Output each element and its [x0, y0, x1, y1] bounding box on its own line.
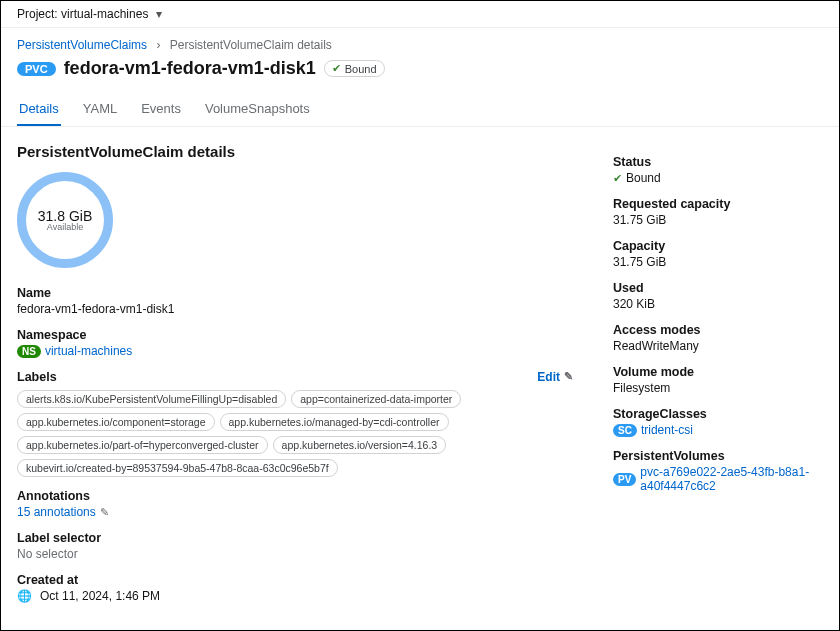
sc-badge-icon: SC: [613, 424, 637, 437]
label-chip[interactable]: app.kubernetes.io/version=4.16.3: [273, 436, 447, 454]
capacity-value: 31.75 GiB: [613, 255, 823, 269]
content-area: PersistentVolumeClaim details 31.8 GiB A…: [1, 127, 839, 619]
name-label: Name: [17, 286, 573, 300]
label-chip[interactable]: kubevirt.io/created-by=89537594-9ba5-47b…: [17, 459, 338, 477]
page-title: fedora-vm1-fedora-vm1-disk1: [64, 58, 316, 79]
access-modes-label: Access modes: [613, 323, 823, 337]
label-chip[interactable]: app.kubernetes.io/managed-by=cdi-control…: [220, 413, 449, 431]
volume-mode-value: Filesystem: [613, 381, 823, 395]
capacity-label: Capacity: [613, 239, 823, 253]
project-selector[interactable]: Project: virtual-machines: [17, 7, 148, 21]
volume-mode-label: Volume mode: [613, 365, 823, 379]
pencil-icon: ✎: [564, 370, 573, 384]
storageclass-link[interactable]: trident-csi: [641, 423, 693, 437]
status-text: Bound: [345, 63, 377, 75]
access-modes-value: ReadWriteMany: [613, 339, 823, 353]
edit-text: Edit: [537, 370, 560, 384]
created-at-value: Oct 11, 2024, 1:46 PM: [40, 589, 160, 603]
tab-volumesnapshots[interactable]: VolumeSnapshots: [203, 93, 312, 126]
label-selector-label: Label selector: [17, 531, 573, 545]
section-heading: PersistentVolumeClaim details: [17, 143, 573, 160]
breadcrumb-root[interactable]: PersistentVolumeClaims: [17, 38, 147, 52]
label-chip[interactable]: app.kubernetes.io/part-of=hyperconverged…: [17, 436, 268, 454]
check-circle-icon: ✔: [332, 62, 341, 75]
labels-chips: alerts.k8s.io/KubePersistentVolumeFillin…: [17, 390, 573, 477]
label-chip[interactable]: app=containerized-data-importer: [291, 390, 461, 408]
capacity-donut: 31.8 GiB Available: [17, 172, 113, 268]
namespace-label: Namespace: [17, 328, 573, 342]
tab-events[interactable]: Events: [139, 93, 183, 126]
donut-caption: Available: [47, 222, 83, 232]
status-label: Status: [613, 155, 823, 169]
left-column: PersistentVolumeClaim details 31.8 GiB A…: [17, 143, 573, 603]
requested-capacity-value: 31.75 GiB: [613, 213, 823, 227]
namespace-link[interactable]: virtual-machines: [45, 344, 132, 358]
project-bar: Project: virtual-machines ▾: [1, 1, 839, 28]
chevron-right-icon: ›: [156, 38, 160, 52]
right-column: Status ✔ Bound Requested capacity 31.75 …: [613, 143, 823, 603]
check-circle-icon: ✔: [613, 172, 622, 185]
page-header: PVC fedora-vm1-fedora-vm1-disk1 ✔ Bound: [1, 52, 839, 93]
used-value: 320 KiB: [613, 297, 823, 311]
pvc-badge: PVC: [17, 62, 56, 76]
label-chip[interactable]: alerts.k8s.io/KubePersistentVolumeFillin…: [17, 390, 286, 408]
labels-label: Labels: [17, 370, 57, 384]
globe-icon: 🌐: [17, 589, 32, 603]
namespace-badge-icon: NS: [17, 345, 41, 358]
label-chip[interactable]: app.kubernetes.io/component=storage: [17, 413, 215, 431]
status-value: Bound: [626, 171, 661, 185]
tab-yaml[interactable]: YAML: [81, 93, 119, 126]
annotations-label: Annotations: [17, 489, 573, 503]
edit-labels-button[interactable]: Edit ✎: [537, 370, 573, 384]
tab-bar: Details YAML Events VolumeSnapshots: [1, 93, 839, 127]
storageclasses-label: StorageClasses: [613, 407, 823, 421]
pv-badge-icon: PV: [613, 473, 636, 486]
chevron-down-icon[interactable]: ▾: [156, 7, 162, 21]
created-at-label: Created at: [17, 573, 573, 587]
breadcrumb-current: PersistentVolumeClaim details: [170, 38, 332, 52]
name-value: fedora-vm1-fedora-vm1-disk1: [17, 302, 573, 316]
pencil-icon[interactable]: ✎: [100, 506, 109, 519]
persistentvolumes-label: PersistentVolumes: [613, 449, 823, 463]
used-label: Used: [613, 281, 823, 295]
annotations-link[interactable]: 15 annotations: [17, 505, 96, 519]
label-selector-value: No selector: [17, 547, 573, 561]
status-badge: ✔ Bound: [324, 60, 385, 77]
breadcrumb: PersistentVolumeClaims › PersistentVolum…: [1, 28, 839, 52]
requested-capacity-label: Requested capacity: [613, 197, 823, 211]
persistentvolume-link[interactable]: pvc-a769e022-2ae5-43fb-b8a1-a40f4447c6c2: [640, 465, 823, 493]
tab-details[interactable]: Details: [17, 93, 61, 126]
